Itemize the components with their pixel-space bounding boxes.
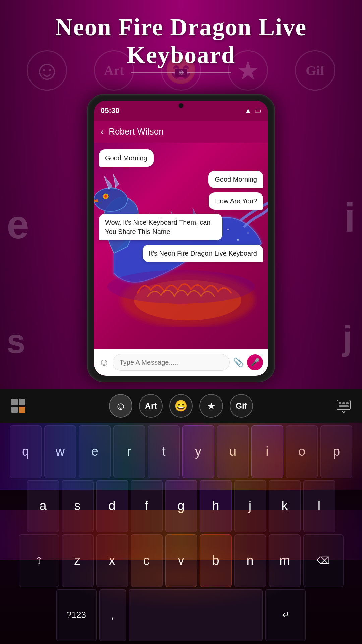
key-j[interactable]: j bbox=[234, 480, 266, 533]
key-y[interactable]: y bbox=[182, 425, 214, 478]
toolbar-emojis: ☺ Art 😄 ★ Gif bbox=[30, 394, 332, 418]
key-b[interactable]: b bbox=[200, 534, 232, 587]
key-numbers[interactable]: ?123 bbox=[56, 589, 97, 642]
key-d[interactable]: d bbox=[96, 480, 128, 533]
bg-letter-i: i bbox=[344, 195, 355, 241]
grid-dot-2 bbox=[19, 399, 25, 405]
svg-rect-14 bbox=[342, 402, 345, 404]
keyboard-area: ☺ Art 😄 ★ Gif q bbox=[0, 389, 362, 644]
key-x[interactable]: x bbox=[96, 534, 128, 587]
app-title: Neon Fire Dragon Live Keyboard bbox=[7, 13, 355, 69]
back-button[interactable]: ‹ bbox=[101, 126, 104, 137]
key-enter[interactable]: ↵ bbox=[265, 589, 306, 642]
toolbar-emoji-btn[interactable]: ☺ bbox=[109, 394, 132, 418]
mic-button[interactable]: 🎤 bbox=[247, 354, 263, 370]
key-m[interactable]: m bbox=[269, 534, 301, 587]
key-row-4: ?123 , ↵ bbox=[3, 589, 359, 642]
contact-name: Robert Wilson bbox=[109, 126, 163, 137]
svg-rect-16 bbox=[339, 405, 349, 407]
message-5: It's Neon Fire Dragon Live Keyboard bbox=[143, 245, 263, 262]
key-i[interactable]: i bbox=[251, 425, 283, 478]
key-u[interactable]: u bbox=[217, 425, 249, 478]
toolbar-laugh-btn[interactable]: 😄 bbox=[169, 394, 193, 418]
key-p[interactable]: p bbox=[320, 425, 352, 478]
key-v[interactable]: v bbox=[165, 534, 197, 587]
key-comma[interactable]: , bbox=[99, 589, 126, 642]
key-k[interactable]: k bbox=[269, 480, 301, 533]
phone-camera bbox=[179, 103, 183, 108]
chat-input-bar: ☺ 📎 🎤 bbox=[94, 349, 268, 376]
key-e[interactable]: e bbox=[79, 425, 111, 478]
svg-rect-12 bbox=[337, 400, 350, 410]
key-backspace[interactable]: ⌫ bbox=[303, 534, 344, 587]
key-h[interactable]: h bbox=[200, 480, 232, 533]
grid-dots bbox=[11, 399, 25, 413]
key-w[interactable]: w bbox=[44, 425, 76, 478]
grid-dot-1 bbox=[11, 399, 18, 405]
emoji-chat-icon[interactable]: ☺ bbox=[99, 357, 109, 368]
bg-letter-e: e bbox=[7, 201, 29, 248]
toolbar-gif-btn[interactable]: Gif bbox=[230, 394, 253, 418]
bg-letter-j: j bbox=[343, 319, 352, 357]
keyboard-grid-icon[interactable] bbox=[7, 394, 30, 418]
svg-rect-13 bbox=[339, 402, 341, 404]
phone-time: 05:30 bbox=[101, 106, 119, 115]
toolbar-left bbox=[7, 394, 30, 418]
phone-container: 05:30 ▲ ▭ ‹ Robert Wilson bbox=[87, 94, 275, 382]
key-a[interactable]: a bbox=[27, 480, 59, 533]
message-input[interactable] bbox=[113, 354, 230, 371]
status-icons: ▲ ▭ bbox=[244, 106, 261, 115]
chat-header: ‹ Robert Wilson bbox=[94, 121, 268, 143]
grid-dot-3 bbox=[11, 407, 18, 413]
message-1: Good Morning bbox=[99, 149, 154, 167]
key-z[interactable]: z bbox=[62, 534, 94, 587]
phone-screen: 05:30 ▲ ▭ ‹ Robert Wilson bbox=[94, 101, 268, 376]
key-t[interactable]: t bbox=[148, 425, 180, 478]
key-c[interactable]: c bbox=[131, 534, 163, 587]
bg-letter-s: s bbox=[7, 322, 25, 361]
key-o[interactable]: o bbox=[286, 425, 318, 478]
key-r[interactable]: r bbox=[113, 425, 145, 478]
battery-icon: ▭ bbox=[254, 106, 261, 115]
key-f[interactable]: f bbox=[131, 480, 163, 533]
message-2: Good Morning bbox=[208, 171, 263, 188]
keyboard-keys: q w e r t y u i o p a s d f g h j k l ⇧ … bbox=[0, 423, 362, 644]
title-area: Neon Fire Dragon Live Keyboard bbox=[0, 0, 362, 83]
key-shift[interactable]: ⇧ bbox=[19, 534, 59, 587]
toolbar-art-btn[interactable]: Art bbox=[139, 394, 163, 418]
key-s[interactable]: s bbox=[62, 480, 94, 533]
key-g[interactable]: g bbox=[165, 480, 197, 533]
key-row-1: q w e r t y u i o p bbox=[3, 425, 359, 478]
wifi-icon: ▲ bbox=[244, 106, 252, 115]
key-row-2: a s d f g h j k l bbox=[3, 480, 359, 533]
attach-icon[interactable]: 📎 bbox=[233, 357, 244, 368]
keyboard-toolbar: ☺ Art 😄 ★ Gif bbox=[0, 389, 362, 423]
phone-frame: 05:30 ▲ ▭ ‹ Robert Wilson bbox=[87, 94, 275, 382]
svg-rect-15 bbox=[346, 402, 349, 404]
key-l[interactable]: l bbox=[303, 480, 335, 533]
key-row-3: ⇧ z x c v b n m ⌫ bbox=[3, 534, 359, 587]
message-4: Wow, It's Nice Keyboard Them, can You Sh… bbox=[99, 214, 222, 240]
chat-bubbles: Good Morning Good Morning How Are You? W… bbox=[94, 143, 268, 349]
message-3: How Are You? bbox=[209, 192, 263, 210]
title-divider bbox=[131, 72, 231, 73]
key-n[interactable]: n bbox=[234, 534, 266, 587]
key-q[interactable]: q bbox=[10, 425, 42, 478]
key-space[interactable] bbox=[129, 589, 263, 642]
grid-dot-4 bbox=[19, 407, 25, 413]
toolbar-star-btn[interactable]: ★ bbox=[199, 394, 223, 418]
hide-keyboard-icon bbox=[335, 397, 352, 414]
chat-area: Good Morning Good Morning How Are You? W… bbox=[94, 143, 268, 349]
keyboard-hide-button[interactable] bbox=[332, 394, 355, 418]
